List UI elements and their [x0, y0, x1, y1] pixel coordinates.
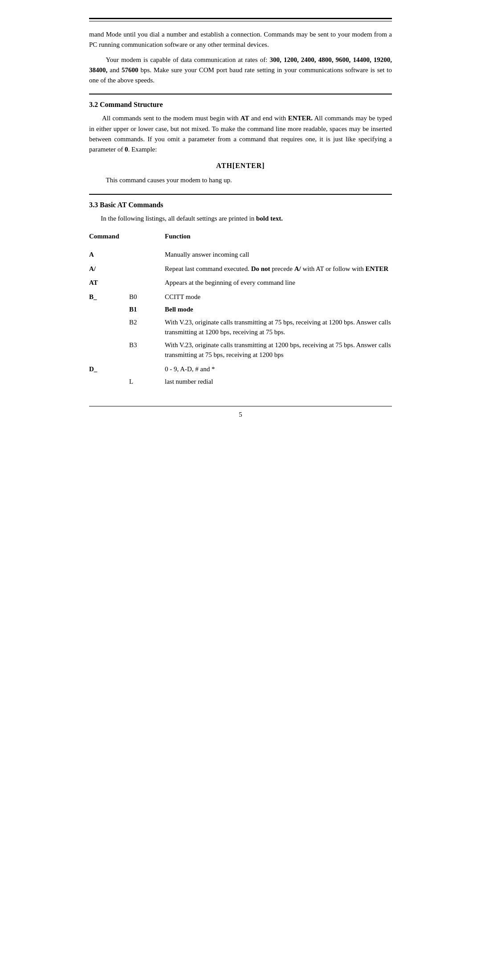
body-part2: and end with	[251, 115, 286, 122]
at-bold: AT	[240, 115, 249, 122]
func-d: 0 - 9, A-D, # and *	[165, 364, 392, 374]
func-at: Appears at the beginning of every comman…	[165, 278, 392, 288]
57600-bold: 57600	[122, 66, 139, 74]
col-header-command: Command	[89, 231, 129, 245]
section-33-heading: 3.3 Basic AT Commands	[89, 201, 392, 209]
func-b0: CCITT mode	[165, 292, 392, 302]
table-row-a: A Manually answer incoming call	[89, 248, 392, 261]
sub-b3: B3	[129, 340, 165, 350]
table-row-l: L last number redial	[89, 375, 392, 388]
and-word: and	[110, 66, 119, 74]
func-b1: Bell mode	[165, 304, 392, 315]
hangup-text: This command causes your modem to hang u…	[89, 175, 392, 185]
section-33-intro: In the following listings, all default s…	[89, 213, 392, 224]
intro-para2: Your modem is capable of data communicat…	[89, 55, 392, 86]
period: . Example:	[128, 146, 157, 153]
table-row-b0: B_ B0 CCITT mode	[89, 289, 392, 303]
intro-para1: mand Mode until you dial a number and es…	[89, 29, 392, 50]
table-header-row: Command Function	[89, 230, 392, 249]
table-row-d: D_ 0 - 9, A-D, # and *	[89, 361, 392, 376]
section-33-divider	[89, 194, 392, 195]
page-container: mand Mode until you dial a number and es…	[89, 0, 392, 980]
sub-b2: B2	[129, 317, 165, 328]
body-part1: All commands sent to the modem must begi…	[102, 115, 239, 122]
table-row-b1: B1 Bell mode	[89, 303, 392, 316]
section-33-indent	[89, 215, 99, 222]
cmd-d: D_	[89, 364, 129, 374]
intro-section: mand Mode until you dial a number and es…	[89, 29, 392, 86]
table-row-at: AT Appears at the beginning of every com…	[89, 275, 392, 289]
command-table: Command Function A Manually answer incom…	[89, 230, 392, 388]
cmd-at: AT	[89, 278, 129, 288]
bold-text-label: bold text.	[256, 215, 283, 222]
func-l: last number redial	[165, 377, 392, 387]
cmd-a: A	[89, 250, 129, 260]
col-header-sub	[129, 231, 165, 235]
cmd-b: B_	[89, 292, 129, 302]
sub-b0: B0	[129, 292, 165, 302]
intro-para2-start: Your modem is capable of data communicat…	[106, 56, 268, 63]
command-example: ATH[ENTER]	[89, 162, 392, 170]
page-number: 5	[89, 411, 392, 418]
section-32-heading: 3.2 Command Structure	[89, 101, 392, 109]
table-row-b2: B2 With V.23, originate calls transmitti…	[89, 316, 392, 339]
top-border-decoration	[89, 18, 392, 21]
table-row-aslash: A/ Repeat last command executed. Do not …	[89, 261, 392, 275]
sub-l: L	[129, 377, 165, 387]
col-header-function: Function	[165, 231, 392, 245]
func-a: Manually answer incoming call	[165, 250, 392, 260]
section-32-indent	[89, 115, 101, 122]
func-aslash: Repeat last command executed. Do not pre…	[165, 264, 392, 274]
cmd-aslash: A/	[89, 264, 129, 274]
func-b3: With V.23, originate calls transmitting …	[165, 340, 392, 360]
section-32-body: All commands sent to the modem must begi…	[89, 113, 392, 155]
intro-part1: In the following listings, all default s…	[101, 215, 254, 222]
section-32-divider	[89, 94, 392, 94]
func-b2: With V.23, originate calls transmitting …	[165, 317, 392, 337]
enter-bold: ENTER.	[288, 115, 313, 122]
footer-divider	[89, 406, 392, 406]
sub-b1: B1	[129, 304, 165, 315]
table-row-b3: B3 With V.23, originate calls transmitti…	[89, 339, 392, 361]
